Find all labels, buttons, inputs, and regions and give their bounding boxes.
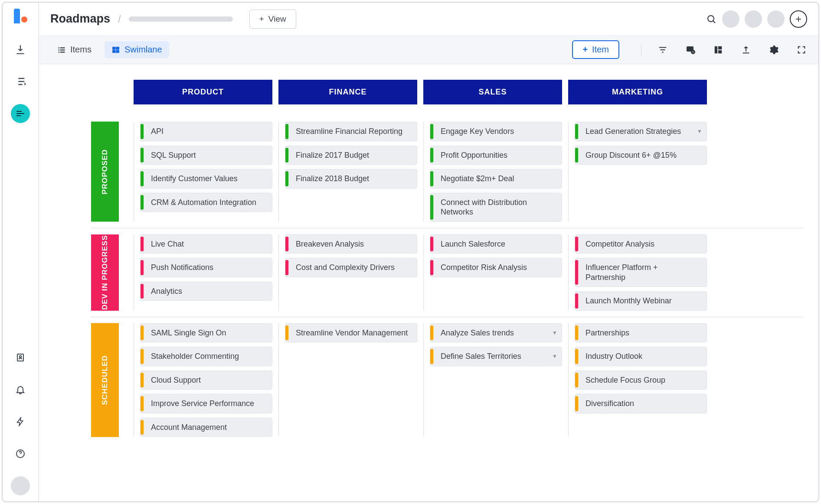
chevron-down-icon[interactable]: ▼ xyxy=(552,330,557,336)
card-title: Account Management xyxy=(147,423,227,432)
add-item-button[interactable]: + Item xyxy=(572,40,619,59)
card[interactable]: Partnerships xyxy=(575,323,707,343)
column-header-marketing: MARKETING xyxy=(568,80,707,104)
card[interactable]: Lead Generation Strategies▼ xyxy=(575,122,707,141)
layout-icon[interactable] xyxy=(713,44,724,55)
list-icon[interactable] xyxy=(11,72,30,91)
card[interactable]: SQL Support xyxy=(140,146,272,165)
card[interactable]: Cloud Support xyxy=(140,371,272,390)
card-title: Cloud Support xyxy=(147,375,201,385)
import-icon[interactable] xyxy=(11,40,30,59)
card-title: Push Notifications xyxy=(147,263,213,273)
card[interactable]: Analyze Sales trends▼ xyxy=(430,323,562,343)
card-stripe xyxy=(141,284,144,299)
chevron-down-icon[interactable]: ▼ xyxy=(697,128,702,134)
lane-dev: DEV IN PROGRESSLive ChatPush Notificatio… xyxy=(91,228,803,317)
card-stripe xyxy=(430,260,433,275)
card[interactable]: CRM & Automation Integration xyxy=(140,193,272,212)
card-stripe xyxy=(575,260,578,285)
card[interactable]: Industry Outlook xyxy=(575,347,707,366)
tab-items-label: Items xyxy=(70,45,92,55)
svg-rect-5 xyxy=(59,49,60,51)
card[interactable]: Streamline Vendor Management xyxy=(285,323,417,343)
column-header-sales: SALES xyxy=(423,80,562,104)
card[interactable]: API xyxy=(140,122,272,141)
bolt-icon[interactable] xyxy=(11,412,30,431)
card-stripe xyxy=(141,349,144,364)
card[interactable]: Diversification xyxy=(575,394,707,413)
card-title: Analytics xyxy=(147,286,182,296)
card-title: Live Chat xyxy=(147,239,184,249)
add-view-button[interactable]: + View xyxy=(249,10,296,29)
card[interactable]: Schedule Focus Group xyxy=(575,371,707,390)
card[interactable]: Launch Monthly Webinar xyxy=(575,291,707,311)
card-stripe xyxy=(141,325,144,341)
lane-cell: Live ChatPush NotificationsAnalytics xyxy=(134,234,272,311)
card[interactable]: Influencer Platform + Partnership xyxy=(575,258,707,287)
user-avatar[interactable] xyxy=(11,476,30,495)
lane-cell: PartnershipsIndustry OutlookSchedule Foc… xyxy=(568,323,707,437)
presence-avatar-3[interactable] xyxy=(767,10,785,28)
card[interactable]: Finalize 2017 Budget xyxy=(285,146,417,165)
filter-icon[interactable] xyxy=(657,44,668,55)
export-icon[interactable] xyxy=(740,44,752,55)
card[interactable]: Push Notifications xyxy=(140,258,272,277)
svg-rect-13 xyxy=(116,50,119,52)
card-stripe xyxy=(285,171,288,186)
chevron-down-icon[interactable]: ▼ xyxy=(552,353,557,359)
tab-items[interactable]: Items xyxy=(50,41,98,58)
card[interactable]: Cost and Complexity Drivers xyxy=(285,258,417,277)
card[interactable]: SAML Single Sign On xyxy=(140,323,272,343)
lane-cell: Streamline Vendor Management xyxy=(278,323,417,437)
help-icon[interactable] xyxy=(11,444,30,463)
card[interactable]: Define Sales Territories▼ xyxy=(430,347,562,366)
card-title: Define Sales Territories xyxy=(436,351,521,361)
card[interactable]: Competitor Analysis xyxy=(575,234,707,254)
card[interactable]: Finalize 2018 Budget xyxy=(285,169,417,189)
card-stripe xyxy=(141,396,144,411)
presence-avatar-1[interactable] xyxy=(722,10,739,28)
svg-rect-18 xyxy=(718,50,722,53)
card[interactable]: Launch Salesforce xyxy=(430,234,562,254)
svg-rect-9 xyxy=(60,52,65,53)
card-stripe xyxy=(575,293,578,309)
card[interactable]: Stakeholder Commenting xyxy=(140,347,272,366)
contacts-icon[interactable] xyxy=(11,348,30,367)
add-button[interactable]: + xyxy=(790,10,807,28)
swimlane-nav-icon[interactable] xyxy=(11,104,30,123)
card[interactable]: Connect with Distribution Networks xyxy=(430,193,562,222)
card-stripe xyxy=(575,349,578,364)
lane-label-dev: DEV IN PROGRESS xyxy=(91,234,119,311)
search-icon[interactable] xyxy=(706,13,717,25)
card[interactable]: Group Discount 6+ @15% xyxy=(575,146,707,165)
lane-cell: Streamline Financial ReportingFinalize 2… xyxy=(278,122,417,222)
card[interactable]: Account Management xyxy=(140,418,272,437)
card-title: Engage Key Vendors xyxy=(436,127,514,137)
presence-avatar-2[interactable] xyxy=(745,10,762,28)
card[interactable]: Live Chat xyxy=(140,234,272,254)
card[interactable]: Streamline Financial Reporting xyxy=(285,122,417,141)
card[interactable]: Identify Customer Values xyxy=(140,169,272,189)
svg-point-3 xyxy=(708,16,714,22)
card-stripe xyxy=(141,171,144,186)
card[interactable]: Competitor Risk Analysis xyxy=(430,258,562,277)
settings-icon[interactable] xyxy=(768,44,779,55)
lane-cell: Engage Key VendorsProfit OpportunitiesNe… xyxy=(423,122,562,222)
fullscreen-icon[interactable] xyxy=(796,44,807,55)
notifications-icon[interactable] xyxy=(11,380,30,399)
roadmap-name-placeholder[interactable] xyxy=(129,16,233,22)
link-icon[interactable] xyxy=(685,44,696,55)
card-title: CRM & Automation Integration xyxy=(147,198,256,208)
card[interactable]: Engage Key Vendors xyxy=(430,122,562,141)
card[interactable]: Negotiate $2m+ Deal xyxy=(430,169,562,189)
card[interactable]: Breakeven Analysis xyxy=(285,234,417,254)
card[interactable]: Profit Opportunities xyxy=(430,146,562,165)
card-title: Breakeven Analysis xyxy=(291,239,364,249)
card[interactable]: Improve Service Performance xyxy=(140,394,272,413)
svg-rect-4 xyxy=(59,47,60,49)
card[interactable]: Analytics xyxy=(140,282,272,301)
card-stripe xyxy=(285,325,288,341)
svg-rect-17 xyxy=(718,46,722,49)
card-title: Identify Customer Values xyxy=(147,174,238,184)
tab-swimlane[interactable]: Swimlane xyxy=(105,41,169,58)
